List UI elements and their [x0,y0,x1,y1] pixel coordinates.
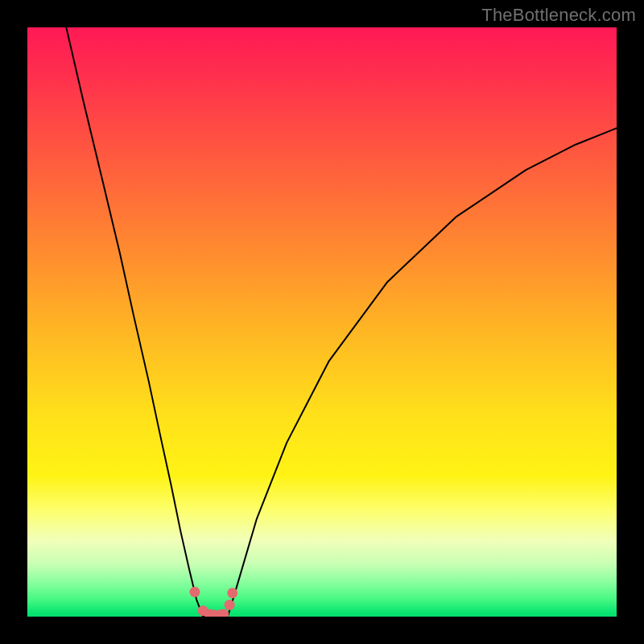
watermark-text: TheBottleneck.com [481,5,636,26]
chart-svg [27,27,617,617]
chart-frame: TheBottleneck.com [0,0,644,644]
valley-marker [189,587,200,597]
valley-marker [227,588,237,598]
plot-area [27,27,617,617]
valley-marker [225,600,235,610]
bottleneck-curve [66,27,617,617]
